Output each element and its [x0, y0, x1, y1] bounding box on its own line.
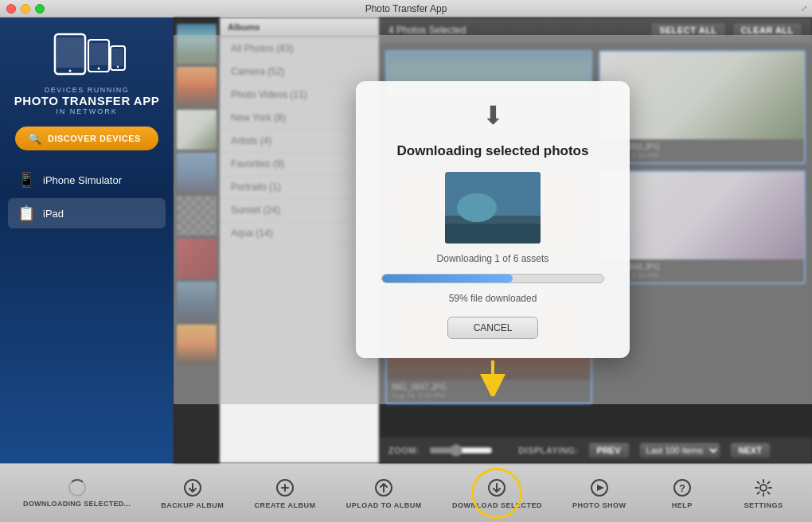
svg-text:?: ?	[679, 482, 685, 494]
toolbar-help[interactable]: ? HELP	[650, 474, 714, 512]
backup-album-label: BACKUP ALBUM	[161, 501, 224, 509]
sidebar: DEVICES RUNNING PHOTO TRANSFER APP IN NE…	[0, 18, 174, 463]
settings-label: SETTINGS	[744, 501, 783, 509]
window-title: Photo Transfer App	[365, 3, 447, 14]
close-button[interactable]	[6, 4, 16, 14]
zoom-bar: ZOOM: DISPLAYING: PREV Last 100 items Al…	[379, 437, 812, 463]
displaying-label: DISPLAYING:	[518, 446, 578, 455]
create-album-label: CREATE ALBUM	[254, 501, 315, 509]
modal-overlay: ⬇ Downloading selected photos Downloadin…	[174, 35, 812, 404]
bottom-toolbar: Downloading Selected... BACKUP ALBUM CRE…	[0, 463, 812, 522]
main-container: DEVICES RUNNING PHOTO TRANSFER APP IN NE…	[0, 18, 812, 463]
device-list: 📱 iPhone Simulator 📋 iPad	[0, 165, 174, 232]
toolbar-photo-show[interactable]: PHOTO SHOW	[566, 474, 632, 512]
help-label: HELP	[672, 501, 693, 509]
svg-marker-18	[597, 485, 604, 491]
modal-progress-fill	[382, 275, 513, 282]
help-icon: ?	[672, 477, 693, 498]
svg-point-21	[760, 485, 767, 491]
svg-point-2	[69, 70, 72, 72]
svg-point-5	[98, 68, 100, 70]
toolbar-upload-to-album[interactable]: UPLOAD TO ALBUM	[340, 474, 428, 512]
zoom-label: ZOOM:	[388, 446, 420, 455]
device-label: iPhone Simulator	[43, 174, 122, 186]
brand-top: DEVICES RUNNING	[14, 86, 159, 94]
modal-progress-bar	[381, 274, 604, 283]
zoom-slider[interactable]	[429, 444, 493, 457]
toolbar-download-selected[interactable]: DOWNLOAD SELECTED	[446, 474, 548, 512]
download-progress-modal: ⬇ Downloading selected photos Downloadin…	[356, 81, 630, 358]
svg-rect-4	[90, 43, 107, 65]
photo-show-label: PHOTO SHOW	[572, 501, 626, 509]
backup-icon	[182, 477, 203, 498]
toolbar-backup-album[interactable]: BACKUP ALBUM	[154, 474, 230, 512]
create-icon	[275, 477, 295, 498]
resize-icon[interactable]: ⤢	[801, 4, 807, 13]
downloading-label: Downloading Selected...	[23, 500, 131, 508]
modal-percent-text: 59% file downloaded	[449, 293, 537, 304]
svg-point-8	[117, 66, 119, 68]
upload-icon	[373, 477, 394, 498]
discover-devices-button[interactable]: 🔍 DISCOVER DEVICES	[15, 127, 158, 150]
next-button[interactable]: NEXT	[730, 442, 771, 458]
settings-icon	[753, 477, 774, 498]
download-selected-label: DOWNLOAD SELECTED	[452, 501, 542, 509]
modal-status-text: Downloading 1 of 6 assets	[437, 253, 549, 264]
traffic-lights	[6, 4, 45, 14]
albums-header-label: Albums	[228, 22, 260, 32]
sidebar-item-ipad[interactable]: 📋 iPad	[8, 198, 166, 228]
search-icon: 🔍	[28, 132, 41, 145]
spinner-area	[68, 479, 86, 497]
titlebar: Photo Transfer App ⤢	[0, 0, 812, 18]
photo-grid-title: 4 Photos Selected	[388, 25, 466, 36]
svg-rect-7	[112, 49, 123, 66]
svg-point-11	[457, 193, 497, 222]
modal-title: Downloading selected photos	[397, 143, 589, 159]
cancel-button[interactable]: CANCEL	[447, 317, 539, 339]
sidebar-item-iphone[interactable]: 📱 iPhone Simulator	[8, 165, 166, 195]
photoshow-icon	[589, 477, 610, 498]
download-icon: ⬇	[482, 100, 504, 130]
download-selected-icon	[486, 477, 507, 498]
svg-rect-1	[57, 37, 84, 68]
minimize-button[interactable]	[21, 4, 30, 14]
loading-spinner	[68, 479, 86, 497]
device-label: iPad	[43, 208, 64, 220]
brand-sub: IN NETWORK	[14, 107, 159, 115]
toolbar-settings[interactable]: SETTINGS	[732, 474, 795, 512]
sidebar-brand: DEVICES RUNNING PHOTO TRANSFER APP IN NE…	[14, 86, 159, 115]
upload-to-album-label: UPLOAD TO ALBUM	[346, 501, 422, 509]
sidebar-logo	[39, 30, 135, 78]
prev-button[interactable]: PREV	[588, 442, 630, 458]
svg-rect-12	[445, 224, 541, 243]
modal-preview-image	[445, 172, 541, 243]
maximize-button[interactable]	[35, 4, 45, 14]
discover-label: DISCOVER DEVICES	[48, 134, 141, 143]
toolbar-create-album[interactable]: CREATE ALBUM	[248, 474, 322, 512]
phone-icon: 📱	[18, 171, 35, 189]
content-wrapper: Albums All Photos (83) Camera (52) Photo…	[174, 18, 812, 463]
toolbar-downloading-status: Downloading Selected...	[17, 476, 137, 511]
brand-main: PHOTO TRANSFER APP	[14, 94, 159, 107]
display-select[interactable]: Last 100 items All items Last 50 items	[639, 442, 720, 458]
tablet-icon: 📋	[18, 205, 35, 222]
